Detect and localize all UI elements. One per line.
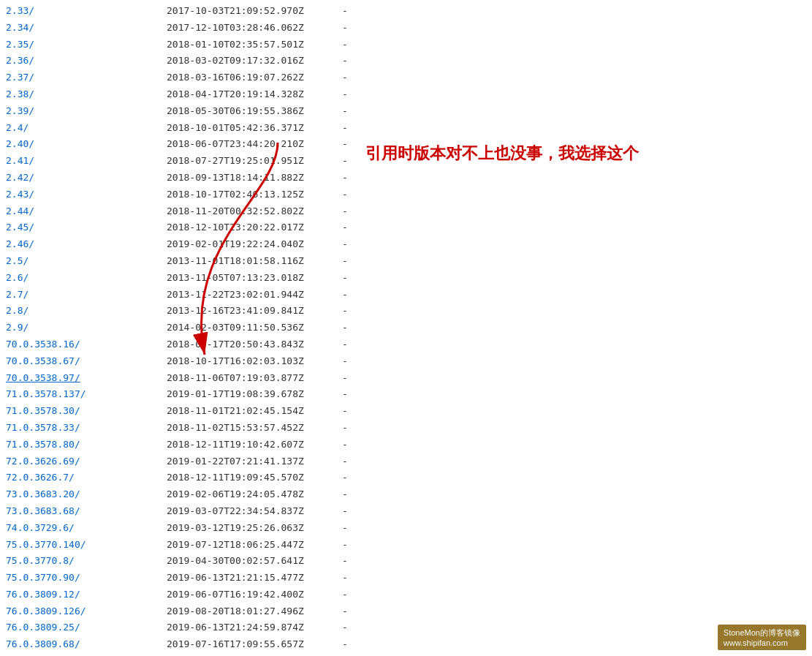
file-name-cell: 2.39/ [6, 104, 167, 119]
file-name-cell: 75.0.3770.8/ [6, 554, 167, 569]
file-link[interactable]: 2.5/ [6, 255, 29, 266]
file-link[interactable]: 2.43/ [6, 189, 34, 200]
file-size-cell: - [342, 287, 459, 303]
file-name-cell: 70.0.3538.67/ [6, 354, 167, 369]
file-link[interactable]: 2.38/ [6, 88, 34, 99]
file-date-cell: 2018-12-10T23:20:22.017Z [167, 220, 342, 235]
file-link[interactable]: 71.0.3578.33/ [6, 422, 80, 433]
file-name-cell: 76.0.3809.12/ [6, 587, 167, 603]
table-row: 71.0.3578.80/2018-12-11T19:10:42.607Z- [6, 437, 806, 453]
file-link[interactable]: 76.0.3809.25/ [6, 622, 80, 633]
file-size-cell: - [342, 271, 459, 286]
file-link[interactable]: 2.39/ [6, 105, 34, 116]
file-size-cell: - [342, 87, 459, 102]
file-name-cell: 2.35/ [6, 37, 167, 53]
table-row: 76.0.3809.68/2019-07-16T17:09:55.657Z- [6, 636, 806, 653]
file-size-cell: - [342, 437, 459, 453]
file-link[interactable]: 2.46/ [6, 238, 34, 249]
file-date-cell: 2018-09-17T20:50:43.843Z [167, 337, 342, 352]
file-date-cell: 2019-03-07T22:34:54.837Z [167, 504, 342, 519]
table-row: 2.39/2018-05-30T06:19:55.386Z- [6, 103, 806, 120]
file-link[interactable]: 76.0.3809.126/ [6, 606, 86, 617]
file-link[interactable]: 73.0.3683.20/ [6, 489, 80, 499]
file-size-cell: - [342, 470, 459, 486]
file-size-cell: - [342, 487, 459, 502]
table-row: 2.38/2018-04-17T20:19:14.328Z- [6, 86, 806, 103]
file-link[interactable]: 2.33/ [6, 5, 34, 16]
file-link[interactable]: 2.36/ [6, 55, 34, 66]
file-name-cell: 2.36/ [6, 53, 167, 69]
file-date-cell: 2018-03-16T06:19:07.262Z [167, 70, 342, 86]
table-row: 2.46/2019-02-01T19:22:24.040Z- [6, 236, 806, 253]
file-size-cell: - [342, 354, 459, 369]
table-row: 70.0.3538.16/2018-09-17T20:50:43.843Z- [6, 336, 806, 353]
file-link[interactable]: 71.0.3578.30/ [6, 405, 80, 416]
file-name-cell: 2.46/ [6, 237, 167, 252]
file-size-cell: - [342, 620, 459, 636]
file-link[interactable]: 76.0.3809.68/ [6, 638, 80, 649]
file-link[interactable]: 2.34/ [6, 22, 34, 33]
file-date-cell: 2019-02-01T19:22:24.040Z [167, 237, 342, 252]
file-date-cell: 2019-06-13T21:21:15.477Z [167, 570, 342, 586]
file-link[interactable]: 2.4/ [6, 122, 29, 133]
file-link[interactable]: 70.0.3538.67/ [6, 355, 80, 366]
file-link[interactable]: 74.0.3729.6/ [6, 522, 75, 533]
file-link[interactable]: 2.45/ [6, 222, 34, 233]
file-link[interactable]: 2.41/ [6, 155, 34, 166]
table-row: 2.44/2018-11-20T00:32:52.802Z- [6, 203, 806, 220]
file-name-cell: 2.8/ [6, 304, 167, 319]
file-link[interactable]: 75.0.3770.90/ [6, 572, 80, 583]
file-link[interactable]: 71.0.3578.137/ [6, 388, 86, 399]
file-link[interactable]: 2.40/ [6, 138, 34, 149]
file-date-cell: 2017-10-03T21:09:52.970Z [167, 4, 342, 19]
file-size-cell: - [342, 4, 459, 19]
file-date-cell: 2018-11-02T15:53:57.452Z [167, 421, 342, 436]
file-link[interactable]: 2.37/ [6, 72, 34, 83]
file-name-cell: 2.38/ [6, 87, 167, 102]
file-date-cell: 2018-12-11T19:09:45.570Z [167, 470, 342, 486]
file-name-cell: 72.0.3626.69/ [6, 454, 167, 470]
file-link[interactable]: 73.0.3683.68/ [6, 505, 80, 516]
file-link[interactable]: 72.0.3626.69/ [6, 456, 80, 467]
file-link[interactable]: 2.35/ [6, 39, 34, 50]
table-row: 72.0.3626.69/2019-01-22T07:21:41.137Z- [6, 453, 806, 470]
file-name-cell: 2.40/ [6, 137, 167, 152]
file-date-cell: 2018-01-10T02:35:57.501Z [167, 37, 342, 53]
file-link[interactable]: 70.0.3538.97/ [6, 372, 80, 383]
table-row: 75.0.3770.140/2019-07-12T18:06:25.447Z- [6, 537, 806, 554]
file-link[interactable]: 2.6/ [6, 272, 29, 283]
file-link[interactable]: 75.0.3770.8/ [6, 555, 75, 566]
table-row: 2.34/2017-12-10T03:28:46.062Z- [6, 20, 806, 37]
file-link[interactable]: 2.7/ [6, 289, 29, 300]
file-size-cell: - [342, 20, 459, 36]
file-date-cell: 2017-12-10T03:28:46.062Z [167, 20, 342, 36]
file-date-cell: 2018-04-17T20:19:14.328Z [167, 87, 342, 102]
file-name-cell: 76.0.3809.25/ [6, 620, 167, 636]
table-row: 77.0.3865.10/2019-08-06T18:45:26.553Z- [6, 653, 806, 656]
file-link[interactable]: 76.0.3809.12/ [6, 589, 80, 600]
file-date-cell: 2018-12-11T19:10:42.607Z [167, 437, 342, 453]
file-name-cell: 75.0.3770.140/ [6, 538, 167, 553]
file-link[interactable]: 71.0.3578.80/ [6, 439, 80, 450]
file-size-cell: - [342, 304, 459, 319]
file-date-cell: 2018-11-20T00:32:52.802Z [167, 204, 342, 219]
file-link[interactable]: 2.44/ [6, 206, 34, 216]
file-size-cell: - [342, 404, 459, 419]
file-link[interactable]: 72.0.3626.7/ [6, 472, 75, 483]
file-date-cell: 2018-10-01T05:42:36.371Z [167, 121, 342, 136]
file-link[interactable]: 2.9/ [6, 322, 29, 333]
file-date-cell: 2019-07-16T17:09:55.657Z [167, 637, 342, 652]
file-size-cell: - [342, 70, 459, 86]
table-row: 2.6/2013-11-05T07:13:23.018Z- [6, 270, 806, 287]
table-row: 2.4/2018-10-01T05:42:36.371Z- [6, 120, 806, 137]
file-size-cell: - [342, 170, 459, 186]
file-link[interactable]: 70.0.3538.16/ [6, 339, 80, 350]
table-row: 2.7/2013-11-22T23:02:01.944Z- [6, 287, 806, 304]
file-name-cell: 2.43/ [6, 187, 167, 203]
file-link[interactable]: 75.0.3770.140/ [6, 539, 86, 550]
table-row: 70.0.3538.97/2018-11-06T07:19:03.877Z- [6, 370, 806, 387]
file-link[interactable]: 2.8/ [6, 305, 29, 316]
table-row: 2.35/2018-01-10T02:35:57.501Z- [6, 37, 806, 53]
file-link[interactable]: 2.42/ [6, 172, 34, 183]
table-row: 2.33/2017-10-03T21:09:52.970Z- [6, 3, 806, 20]
